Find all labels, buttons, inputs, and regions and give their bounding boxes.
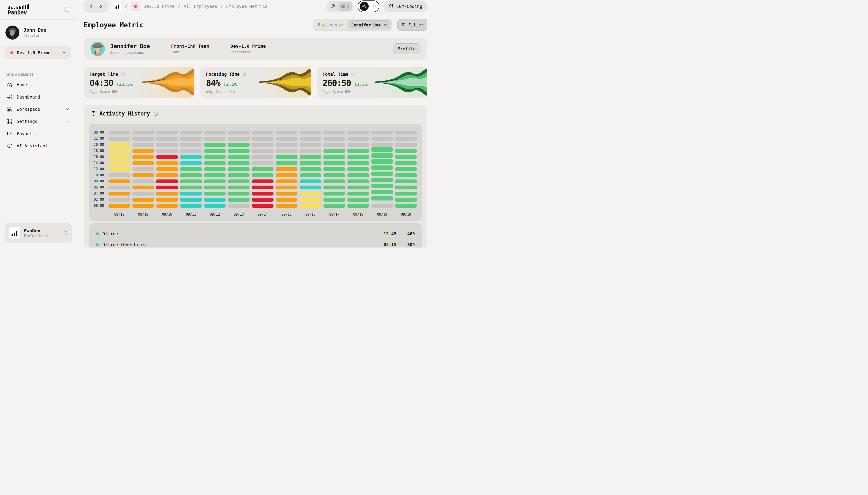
heatmap-cell <box>180 160 202 166</box>
activity-pill <box>347 131 369 135</box>
activity-pill <box>252 192 273 195</box>
heatmap-cell <box>108 136 130 142</box>
activity-pill <box>323 155 345 159</box>
heatmap-cell <box>204 172 226 178</box>
legend-row-office[interactable]: Office 12:45 46% <box>96 229 415 238</box>
back-button[interactable] <box>89 4 94 8</box>
theme-toggle[interactable] <box>358 0 379 12</box>
activity-pill <box>108 192 130 195</box>
sidebar-item-settings[interactable]: Settings <box>4 115 73 127</box>
sidebar-item-ai-assistant[interactable]: AI Assistant <box>4 140 73 152</box>
heatmap-cell <box>300 197 321 203</box>
stat-card-focusing-time: Focusing Time 84% ↑2.5% Avg. Score 65% <box>200 67 310 98</box>
activity-pill <box>156 204 178 208</box>
breadcrumb-segment[interactable]: Employee Metrics <box>226 4 268 9</box>
heatmap-cell <box>133 185 154 190</box>
activity-pill <box>156 131 178 135</box>
heatmap-cell <box>252 203 273 209</box>
activity-pill <box>133 155 154 159</box>
activity-pill <box>228 204 250 208</box>
sidebar-item-workspace[interactable]: Workspace <box>4 103 73 115</box>
sidebar-collapse-icon[interactable] <box>64 7 70 13</box>
heatmap-cell <box>323 154 345 160</box>
workspace-icon <box>7 106 13 112</box>
heatmap-cell <box>228 136 250 142</box>
activity-pill <box>252 161 273 165</box>
heatmap-cell <box>300 185 321 190</box>
heatmap-cell <box>204 154 226 160</box>
filter-label: Filter <box>408 22 424 27</box>
heatmap-cell <box>108 178 130 185</box>
date-label: 09/10 <box>133 209 154 218</box>
sidebar-item-label: AI Assistant <box>17 143 48 148</box>
heatmap-cell <box>347 178 369 185</box>
activity-pill <box>252 173 273 177</box>
filter-button[interactable]: Filter <box>397 19 427 31</box>
session-badge[interactable]: 10m/Coding <box>384 0 427 12</box>
info-icon[interactable] <box>121 72 125 76</box>
puzzle-icon <box>388 4 394 9</box>
heatmap-cell <box>252 160 273 166</box>
info-icon[interactable] <box>351 72 355 76</box>
settings-icon <box>7 118 13 124</box>
profile-button-label: Profile <box>397 46 416 51</box>
activity-header: Activity History <box>89 110 422 117</box>
heatmap-cell <box>133 172 154 178</box>
sidebar-item-dashboard[interactable]: Dashboard <box>4 91 73 103</box>
topbar-right: ⌘ K 10m/Coding <box>326 0 427 12</box>
heatmap-cell <box>228 166 250 172</box>
info-icon[interactable] <box>153 112 158 116</box>
heatmap-cell <box>276 178 297 185</box>
activity-pill <box>180 155 202 159</box>
activity-pill <box>204 143 226 147</box>
activity-pill <box>204 180 226 183</box>
heatmap-cell <box>276 148 297 154</box>
bar-chart-icon <box>115 4 119 8</box>
hourglass-icon <box>91 111 96 117</box>
breadcrumb-team-icon[interactable] <box>131 2 140 11</box>
heatmap-cell <box>156 160 178 166</box>
heatmap-cell <box>300 148 321 154</box>
heatmap-cell <box>323 136 345 142</box>
sidebar-item-home[interactable]: Home <box>4 79 73 91</box>
command-icon: ⌘ <box>341 4 345 9</box>
heatmap-cell <box>276 203 297 209</box>
legend-row-office-overtime[interactable]: Office (Overtime) 04:15 30% <box>96 240 415 248</box>
command-palette-button[interactable]: ⌘ K <box>326 1 353 12</box>
activity-pill <box>371 172 393 176</box>
org-switcher[interactable]: PanDev Professional <box>4 223 72 242</box>
activity-pill <box>371 184 393 188</box>
page-title: Employee Metric <box>84 21 143 29</box>
info-icon[interactable] <box>242 72 246 76</box>
activity-pill <box>204 155 226 159</box>
activity-pill <box>108 137 130 141</box>
breadcrumb-segment[interactable]: All Employees <box>184 4 217 9</box>
activity-pill <box>252 149 273 153</box>
activity-pill <box>323 186 345 189</box>
team-selector[interactable]: Dev-1.0 Prime <box>5 46 71 59</box>
heatmap-cell <box>276 166 297 172</box>
heatmap-cell <box>276 130 297 136</box>
activity-pill <box>347 137 369 141</box>
profile-button[interactable]: Profile <box>393 44 421 54</box>
activity-pill <box>156 192 178 195</box>
activity-pill <box>228 186 250 189</box>
heatmap-cell <box>228 130 250 136</box>
activity-pill <box>323 161 345 165</box>
heatmap-cell <box>180 130 202 136</box>
employee-dropdown[interactable]: Jennifer Doe <box>348 20 391 29</box>
activity-pill <box>228 143 250 147</box>
activity-pill <box>371 153 393 158</box>
heatmap-cell <box>108 154 130 160</box>
heatmap-cell <box>156 172 178 178</box>
breadcrumb-segment[interactable]: Dev1.0 Prime <box>143 4 174 9</box>
stream-graphic <box>142 67 194 98</box>
light-mode-knob <box>360 2 369 11</box>
heatmap-cell <box>108 185 130 190</box>
sidebar-item-payouts[interactable]: Payouts <box>4 127 73 140</box>
activity-pill <box>347 173 369 177</box>
forward-button[interactable] <box>98 4 103 8</box>
activity-pill <box>395 155 417 159</box>
activity-pill <box>252 143 273 147</box>
breadcrumb-app-icon[interactable] <box>112 2 121 11</box>
